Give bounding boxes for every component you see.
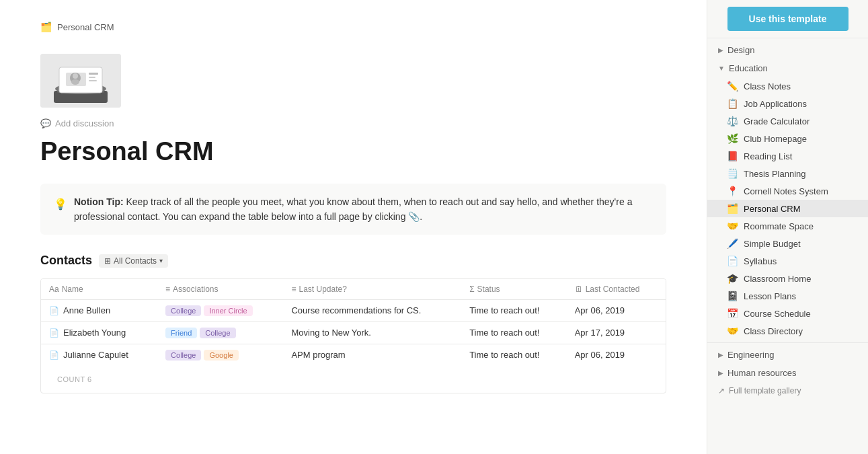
- contacts-table-wrapper: AaName ≡Associations ≡Last Update? ΣStat…: [40, 278, 666, 393]
- contacts-filter[interactable]: ⊞ All Contacts ▾: [99, 254, 168, 268]
- add-discussion[interactable]: 💬 Add discussion: [40, 118, 666, 128]
- status-text: Time to reach out!: [469, 350, 539, 360]
- sidebar-gallery-label: Full template gallery: [729, 386, 801, 395]
- discussion-icon: 💬: [40, 118, 51, 128]
- sidebar-item-job-applications[interactable]: 📋Job Applications: [707, 95, 868, 112]
- sidebar-category-engineering[interactable]: ▶ Engineering: [707, 346, 868, 364]
- sidebar-item-label: Class Notes: [744, 81, 791, 91]
- sidebar-category-education-label: Education: [729, 63, 768, 73]
- sidebar-item-label: Reading List: [744, 151, 792, 161]
- item-icon: 🌿: [726, 133, 738, 144]
- name-cell[interactable]: 📄Elizabeth Young: [41, 322, 157, 344]
- item-icon: 📍: [726, 186, 738, 196]
- sidebar-item-syllabus[interactable]: 📄Syllabus: [707, 252, 868, 270]
- item-icon: 📓: [726, 291, 738, 301]
- contacts-header: Contacts ⊞ All Contacts ▾: [40, 254, 666, 268]
- chevron-right-icon-hr: ▶: [718, 369, 723, 377]
- sidebar-item-label: Grade Calculator: [744, 116, 810, 126]
- col-last-update: ≡Last Update?: [283, 279, 461, 300]
- sidebar-item-class-directory[interactable]: 🤝Class Directory: [707, 322, 868, 340]
- sidebar-item-label: Class Directory: [744, 326, 803, 336]
- page-header-bar: 🗂️ Personal CRM: [40, 13, 666, 40]
- item-icon: 📄: [726, 256, 738, 266]
- item-icon: 🤝: [726, 221, 738, 231]
- sidebar-category-education[interactable]: ▼ Education: [707, 59, 868, 77]
- use-template-button[interactable]: Use this template: [727, 7, 849, 31]
- sidebar-item-cornell-notes-system[interactable]: 📍Cornell Notes System: [707, 182, 868, 200]
- col-last-contacted: 🗓Last Contacted: [567, 279, 666, 300]
- table-row: 📄Anne BullenCollegeInner CircleCourse re…: [41, 300, 666, 322]
- name-cell[interactable]: 📄Julianne Capulet: [41, 344, 157, 367]
- sidebar-item-label: Personal CRM: [744, 204, 801, 214]
- tip-body: Keep track of all the people you meet, w…: [74, 196, 632, 222]
- sidebar-category-design-label: Design: [727, 45, 754, 55]
- svg-rect-6: [89, 73, 98, 75]
- tag: College: [165, 305, 201, 316]
- count-label: COUNT: [57, 375, 85, 383]
- col-name: AaName: [41, 279, 157, 300]
- tag: Google: [204, 350, 238, 361]
- sidebar-item-simple-budget[interactable]: 🖊️Simple Budget: [707, 235, 868, 252]
- last-contacted-cell: Apr 17, 2019: [567, 322, 666, 344]
- arrow-icon: ↗: [718, 386, 725, 395]
- add-discussion-label: Add discussion: [55, 118, 114, 128]
- page-header-title: Personal CRM: [57, 22, 114, 32]
- item-icon: ⚖️: [726, 116, 738, 126]
- tip-label: Notion Tip:: [74, 196, 124, 207]
- tip-icon: 💡: [54, 194, 67, 225]
- sidebar-item-label: Thesis Planning: [744, 169, 806, 179]
- date-text: Apr 17, 2019: [575, 328, 625, 338]
- svg-point-10: [73, 73, 78, 79]
- row-page-icon: 📄: [49, 306, 59, 315]
- sidebar-item-lesson-plans[interactable]: 📓Lesson Plans: [707, 287, 868, 305]
- associations-cell: FriendCollege: [157, 322, 283, 344]
- item-icon: 🖊️: [726, 238, 738, 249]
- item-icon: 📅: [726, 308, 738, 319]
- associations-cell: CollegeGoogle: [157, 344, 283, 367]
- count-value: 6: [87, 375, 92, 383]
- item-icon: 📕: [726, 151, 738, 161]
- tag: College: [165, 350, 201, 361]
- sidebar-item-label: Roommate Space: [744, 221, 814, 231]
- table-row: 📄Elizabeth YoungFriendCollegeMoving to N…: [41, 322, 666, 344]
- sidebar-gallery[interactable]: ↗ Full template gallery: [707, 382, 868, 400]
- date-text: Apr 06, 2019: [575, 350, 625, 360]
- sidebar-item-grade-calculator[interactable]: ⚖️Grade Calculator: [707, 112, 868, 130]
- name-cell[interactable]: 📄Anne Bullen: [41, 300, 157, 322]
- sidebar-category-engineering-label: Engineering: [727, 350, 774, 360]
- chevron-down-icon: ▼: [718, 65, 725, 72]
- chevron-right-icon-eng: ▶: [718, 351, 723, 358]
- sidebar-item-thesis-planning[interactable]: 🗒️Thesis Planning: [707, 165, 868, 182]
- svg-point-11: [71, 79, 79, 85]
- status-text: Time to reach out!: [469, 328, 539, 338]
- sidebar-item-class-notes[interactable]: ✏️Class Notes: [707, 77, 868, 95]
- last-update-cell: Course recommendations for CS.: [283, 300, 461, 322]
- sidebar-item-reading-list[interactable]: 📕Reading List: [707, 147, 868, 165]
- contact-name: Elizabeth Young: [63, 328, 126, 338]
- sidebar-category-design[interactable]: ▶ Design: [707, 41, 868, 59]
- tip-box: 💡 Notion Tip: Keep track of all the peop…: [40, 184, 666, 235]
- sidebar-category-hr[interactable]: ▶ Human resources: [707, 364, 868, 382]
- chevron-right-icon: ▶: [718, 46, 723, 54]
- sidebar-divider: [707, 342, 868, 343]
- sidebar-item-club-homepage[interactable]: 🌿Club Homepage: [707, 130, 868, 147]
- sidebar-item-label: Course Schedule: [744, 309, 811, 319]
- sidebar-item-label: Job Applications: [744, 99, 807, 109]
- last-update-cell: APM program: [283, 344, 461, 367]
- sidebar-item-classroom-home[interactable]: 🎓Classroom Home: [707, 270, 868, 287]
- sidebar-item-label: Classroom Home: [744, 274, 811, 284]
- item-icon: 🗂️: [726, 203, 738, 214]
- cover-image-area: [40, 54, 666, 108]
- item-icon: 🤝: [726, 326, 738, 336]
- sidebar: Use this template ▶ Design ▼ Education ✏…: [707, 0, 868, 454]
- sidebar-item-roommate-space[interactable]: 🤝Roommate Space: [707, 217, 868, 235]
- sidebar-item-course-schedule[interactable]: 📅Course Schedule: [707, 305, 868, 322]
- last-update-cell: Moving to New York.: [283, 322, 461, 344]
- row-page-icon: 📄: [49, 328, 59, 338]
- date-text: Apr 06, 2019: [575, 305, 625, 315]
- sidebar-section: ▶ Design ▼ Education ✏️Class Notes📋Job A…: [707, 38, 868, 402]
- row-page-icon: 📄: [49, 350, 59, 360]
- sidebar-item-personal-crm[interactable]: 🗂️Personal CRM: [707, 200, 868, 217]
- education-items: ✏️Class Notes📋Job Applications⚖️Grade Ca…: [707, 77, 868, 340]
- contact-name: Anne Bullen: [63, 305, 110, 315]
